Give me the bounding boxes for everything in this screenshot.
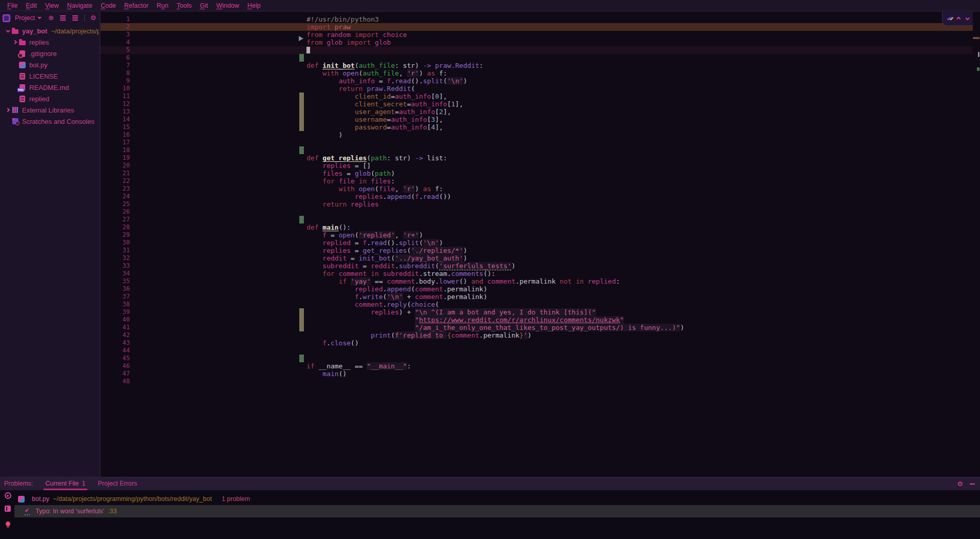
tree-item-replies[interactable]: replies xyxy=(0,36,99,48)
added-lines-mark[interactable] xyxy=(977,67,979,71)
code-line[interactable]: 47 main() xyxy=(101,370,973,378)
code-line[interactable]: 2import praw xyxy=(101,23,973,31)
code-line[interactable]: 30 replied = f.read().split('\n') xyxy=(101,239,973,247)
vcs-change-marker[interactable] xyxy=(299,216,304,224)
code-line[interactable]: 39 replies) + "\n ^(I am a bot and yes, … xyxy=(101,308,973,316)
code-line[interactable]: 46if __name__ == "__main__": xyxy=(101,362,973,370)
code-line[interactable]: 40 "https://www.reddit.com/r/archlinux/c… xyxy=(101,316,973,324)
code-editor[interactable]: 1#!/usr/bin/python32import praw3from ran… xyxy=(101,12,980,477)
code-line[interactable]: 21 files = glob(path) xyxy=(101,170,973,177)
code-line[interactable]: 27 xyxy=(101,216,973,224)
menu-navigate[interactable]: Navigate xyxy=(63,0,97,11)
view-options-icon[interactable] xyxy=(5,492,11,499)
intention-bulb-icon[interactable] xyxy=(6,522,10,526)
code-line[interactable]: 44 xyxy=(101,347,973,355)
tool-window-icon[interactable] xyxy=(3,14,10,22)
code-line[interactable]: 18 xyxy=(101,146,973,154)
code-line[interactable]: 11 client_id=auth_info[0], xyxy=(101,92,973,100)
tree-item-readme-md[interactable]: README.md xyxy=(0,82,99,93)
menu-refactor[interactable]: Refactor xyxy=(120,0,152,11)
code-line[interactable]: 19def get_replies(path: str) -> list: xyxy=(101,154,973,162)
menu-code[interactable]: Code xyxy=(97,0,120,11)
menu-file[interactable]: File xyxy=(3,0,22,11)
code-line[interactable]: 20 replies = [] xyxy=(101,162,973,170)
tree-item-external-libraries[interactable]: External Libraries xyxy=(0,104,99,116)
tab-problems[interactable]: Problems: xyxy=(4,477,33,490)
chevron-right-icon[interactable] xyxy=(13,40,17,44)
code-line[interactable]: 10 return praw.Reddit( xyxy=(101,85,973,92)
hide-panel-icon[interactable] xyxy=(970,484,975,485)
code-line[interactable]: 15 password=auth_info[4], xyxy=(101,123,973,131)
tree-item-bot-py[interactable]: bot.py xyxy=(0,59,99,70)
settings-gear-icon[interactable]: ⚙ xyxy=(90,14,97,22)
chevron-right-icon[interactable] xyxy=(6,108,10,112)
problem-item-row[interactable]: Typo: In word 'surferluls' :33 xyxy=(14,505,980,517)
tree-item--gitignore[interactable]: .gitignore xyxy=(0,48,99,59)
code-line[interactable]: 33 subreddit = reddit.subreddit('surferl… xyxy=(101,262,973,270)
code-line[interactable]: 4from glob import glob xyxy=(101,39,973,46)
code-line[interactable]: 1#!/usr/bin/python3 xyxy=(101,15,973,23)
vcs-change-marker[interactable] xyxy=(299,316,304,324)
tab-current-file[interactable]: Current File1 xyxy=(45,477,85,490)
problem-file-row[interactable]: bot.py ~/data/projects/programming/pytho… xyxy=(14,493,980,505)
menu-tools[interactable]: Tools xyxy=(172,0,196,11)
vcs-change-marker[interactable] xyxy=(299,108,304,116)
gear-icon[interactable]: ⚙ xyxy=(957,480,963,488)
vcs-change-marker[interactable] xyxy=(299,324,304,331)
code-line[interactable]: 35 if 'yay' == comment.body.lower() and … xyxy=(101,277,973,285)
tree-item-scratches-and-consoles[interactable]: Scratches and Consoles xyxy=(0,116,99,127)
code-line[interactable]: 23 with open(file, 'r') as f: xyxy=(101,185,973,193)
code-line[interactable]: 26 xyxy=(101,208,973,216)
menu-edit[interactable]: Edit xyxy=(22,0,41,11)
tab-project-errors[interactable]: Project Errors xyxy=(98,477,137,490)
code-line[interactable]: 9 auth_info = f.read().split('\n') xyxy=(101,77,973,85)
code-line[interactable]: 37 f.write('\n' + comment.permalink) xyxy=(101,293,973,301)
code-line[interactable]: 7def init_bot(auth_file: str) -> praw.Re… xyxy=(101,62,973,69)
tree-item-license[interactable]: LICENSE xyxy=(0,70,99,82)
chevron-down-icon[interactable] xyxy=(6,28,10,32)
code-line[interactable]: 38 comment.reply(choice( xyxy=(101,301,973,308)
vcs-change-marker[interactable] xyxy=(299,100,304,108)
code-line[interactable]: 6 xyxy=(101,54,973,62)
code-line[interactable]: 36 replied.append(comment.permalink) xyxy=(101,285,973,293)
run-gutter-icon[interactable] xyxy=(299,36,303,41)
code-line[interactable]: 29 f = open('replied', 'r+') xyxy=(101,231,973,239)
prev-problem-icon[interactable] xyxy=(956,16,960,21)
code-line[interactable]: 41 "/am_i_the_only_one_that_likes_to_pos… xyxy=(101,324,973,331)
code-line[interactable]: 25 return replies xyxy=(101,200,973,208)
next-problem-icon[interactable] xyxy=(966,16,970,20)
vcs-change-marker[interactable] xyxy=(299,92,304,100)
code-line[interactable]: 16 ) xyxy=(101,131,973,139)
code-line[interactable]: 17 xyxy=(101,139,973,146)
vcs-change-marker[interactable] xyxy=(299,355,304,362)
tree-item-yay-bot[interactable]: yay_bot~/data/projects/progr xyxy=(0,25,99,36)
vcs-change-marker[interactable] xyxy=(299,54,304,62)
menu-run[interactable]: Run xyxy=(152,0,172,11)
vcs-change-marker[interactable] xyxy=(299,146,304,154)
code-line[interactable]: 42 print(f'replied to {comment.permalink… xyxy=(101,331,973,339)
code-line[interactable]: 22 for file in files: xyxy=(101,177,973,185)
menu-window[interactable]: Window xyxy=(212,0,243,11)
collapse-all-icon[interactable] xyxy=(72,17,78,18)
caret-mark[interactable] xyxy=(978,52,979,57)
locate-icon[interactable]: ⊕ xyxy=(48,14,54,22)
project-panel-title-group[interactable]: Project xyxy=(15,14,42,22)
suppress-icon[interactable] xyxy=(5,506,11,512)
code-line[interactable]: 31 replies = get_replies('./replies/*') xyxy=(101,247,973,254)
code-line[interactable]: 13 user_agent=auth_info[2], xyxy=(101,108,973,116)
menu-git[interactable]: Git xyxy=(196,0,212,11)
code-line[interactable]: 32 reddit = init_bot('../yay_bot_auth') xyxy=(101,254,973,262)
code-line[interactable]: 45 xyxy=(101,355,973,362)
menu-view[interactable]: View xyxy=(41,0,63,11)
code-line[interactable]: 12 client_secret=auth_info[1], xyxy=(101,100,973,108)
vcs-change-marker[interactable] xyxy=(299,123,304,131)
tree-item-replied[interactable]: replied xyxy=(0,93,99,104)
vcs-change-marker[interactable] xyxy=(299,308,304,316)
code-line[interactable]: 34 for comment in subreddit.stream.comme… xyxy=(101,270,973,277)
changed-line-mark[interactable] xyxy=(973,37,979,39)
code-line[interactable]: 3from random import choice xyxy=(101,31,973,39)
code-line[interactable]: 8 with open(auth_file, 'r') as f: xyxy=(101,69,973,77)
vcs-change-marker[interactable] xyxy=(299,116,304,123)
code-line[interactable]: 14 username=auth_info[3], xyxy=(101,116,973,123)
code-line[interactable]: 28def main(): xyxy=(101,224,973,231)
